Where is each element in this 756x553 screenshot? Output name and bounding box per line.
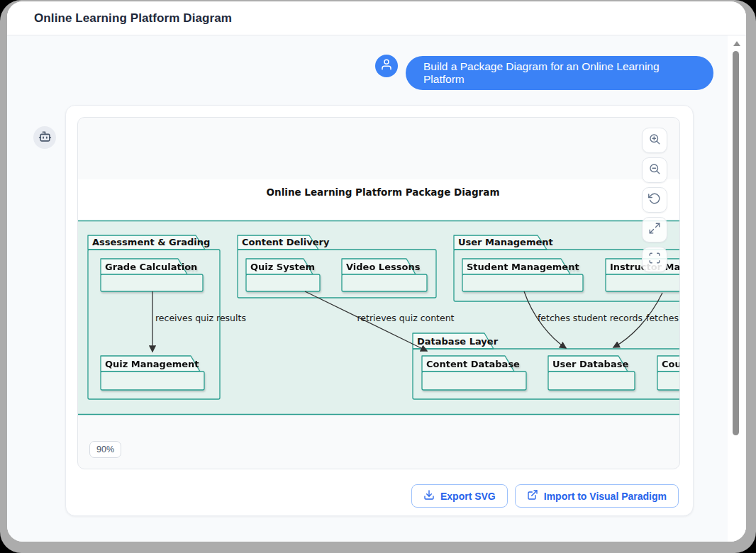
chat-content-area: Build a Package Diagram for an Online Le… [7, 35, 746, 542]
user-message-text: Build a Package Diagram for an Online Le… [423, 60, 696, 86]
corner-brackets-icon [648, 252, 661, 267]
package-label-quiz-system: Quiz System [250, 262, 315, 272]
package-grade-calculation: Grade Calculation [101, 259, 203, 291]
external-link-icon [527, 489, 538, 503]
export-svg-button[interactable]: Export SVG [411, 484, 508, 508]
package-label-student-management: Student Management [467, 262, 579, 272]
user-message-bubble: Build a Package Diagram for an Online Le… [406, 56, 713, 90]
package-user-database: User Database [548, 356, 635, 390]
package-label-content-delivery: Content Delivery [242, 237, 330, 247]
title-bar: Online Learning Platform Diagram [7, 1, 746, 35]
assistant-avatar [33, 126, 56, 149]
package-course-database: Cou [657, 356, 680, 390]
window-frame: Online Learning Platform Diagram Build a… [0, 0, 756, 553]
package-quiz-system: Quiz System [246, 259, 320, 291]
user-icon [380, 58, 393, 74]
package-label-assessment-grading: Assessment & Grading [92, 237, 210, 247]
page-title: Online Learning Platform Diagram [34, 11, 232, 26]
package-student-management: Student Management [462, 259, 583, 291]
user-avatar [375, 55, 398, 77]
package-quiz-management: Quiz Management [101, 356, 204, 390]
diagram-title: Online Learning Platform Package Diagram [267, 186, 500, 198]
package-label-user-management: User Management [458, 237, 553, 247]
import-visual-paradigm-label: Import to Visual Paradigm [544, 491, 667, 502]
card-actions: Export SVG Import to Visual Paradigm [411, 484, 679, 508]
package-diagram-svg: Online Learning Platform Package Diagram… [78, 118, 680, 469]
zoom-out-button[interactable] [642, 157, 667, 183]
package-label-user-database: User Database [552, 359, 628, 369]
package-label-grade-calculation: Grade Calculation [105, 262, 197, 272]
fit-view-button[interactable] [642, 247, 667, 272]
package-label-database-layer: Database Layer [417, 336, 499, 347]
bot-icon [38, 130, 52, 146]
package-label-quiz-management: Quiz Management [105, 359, 199, 369]
zoom-in-button[interactable] [642, 128, 667, 153]
scroll-up-arrow-icon[interactable] [733, 41, 740, 46]
zoom-level-badge: 90% [89, 441, 121, 458]
import-visual-paradigm-button[interactable]: Import to Visual Paradigm [515, 484, 679, 508]
download-icon [423, 489, 435, 503]
scrollbar-thumb[interactable] [733, 51, 739, 435]
diagram-viewport[interactable]: Online Learning Platform Package Diagram… [77, 117, 680, 469]
app-window: Online Learning Platform Diagram Build a… [7, 1, 746, 542]
edge-label-instructormgmt-to-userdb: fetches [646, 313, 679, 323]
maximize-icon [648, 222, 661, 238]
package-video-lessons: Video Lessons [342, 259, 427, 291]
zoom-out-icon [648, 162, 661, 178]
expand-button[interactable] [642, 217, 667, 242]
edge-label-studentmgmt-to-userdb: fetches student records [538, 313, 643, 323]
vertical-scrollbar[interactable] [728, 35, 746, 542]
edge-label-grade-to-quizmgmt: receives quiz results [155, 313, 246, 323]
zoom-in-icon [648, 133, 661, 148]
rotate-ccw-icon [648, 192, 661, 208]
edge-label-quizsystem-to-contentdb: retrieves quiz content [357, 313, 454, 323]
package-content-database: Content Database [422, 356, 526, 390]
reset-view-button[interactable] [642, 187, 667, 213]
assistant-message-card: Online Learning Platform Package Diagram… [65, 105, 694, 516]
package-label-content-database: Content Database [426, 359, 520, 369]
package-label-video-lessons: Video Lessons [346, 262, 421, 272]
package-label-course-database: Cou [662, 359, 680, 369]
diagram-controls [642, 128, 667, 272]
export-svg-label: Export SVG [440, 491, 496, 502]
